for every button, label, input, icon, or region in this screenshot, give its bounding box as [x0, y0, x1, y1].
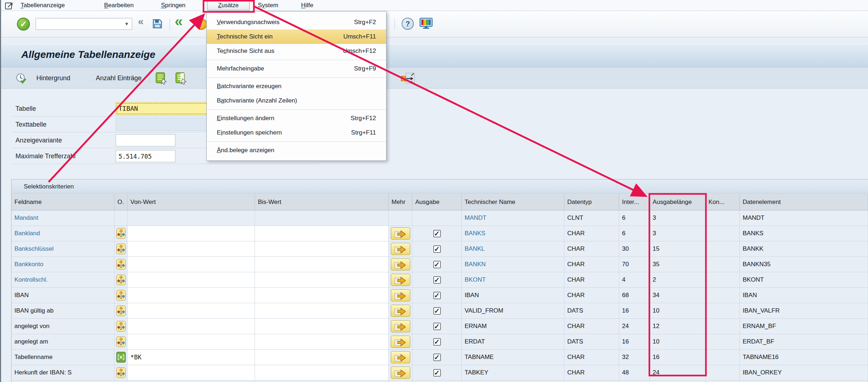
- ausgabe-cell[interactable]: ✓: [412, 365, 462, 381]
- bis-wert-input[interactable]: [255, 241, 389, 257]
- von-wert-input[interactable]: [127, 319, 255, 334]
- von-wert-input[interactable]: [127, 257, 255, 272]
- mehr-cell[interactable]: [389, 350, 412, 365]
- ausgabe-cell[interactable]: ✓: [412, 241, 462, 257]
- mehr-button[interactable]: [391, 320, 410, 332]
- dropdown-item-batchvariante-erzeugen[interactable]: Batchvariante erzeugen: [207, 79, 386, 94]
- mehr-cell[interactable]: [389, 365, 412, 381]
- dropdown-item-einstellungen-speichern[interactable]: Einstellungen speichernStrg+F11: [207, 126, 386, 140]
- ausgabe-checkbox[interactable]: ✓: [433, 369, 441, 377]
- bis-wert-input[interactable]: [255, 272, 389, 288]
- feldname-cell[interactable]: angelegt von: [12, 319, 115, 334]
- feldname-cell[interactable]: Bankkonto: [12, 257, 115, 272]
- ausgabe-cell[interactable]: ✓: [412, 257, 462, 272]
- exit-circle-icon[interactable]: [196, 18, 207, 30]
- von-wert-input[interactable]: [127, 272, 255, 288]
- command-input[interactable]: [37, 19, 120, 29]
- anzeigevariante-field[interactable]: [116, 134, 175, 146]
- feldname-cell[interactable]: IBAN gültig ab: [12, 303, 115, 319]
- select-all-sheet-icon[interactable]: [155, 72, 167, 86]
- ausgabe-cell[interactable]: ✓: [412, 319, 462, 334]
- mehr-cell[interactable]: [389, 334, 412, 350]
- mehr-cell[interactable]: [389, 241, 412, 257]
- feldname-cell[interactable]: Bankschlüssel: [12, 241, 115, 257]
- ausgabe-checkbox[interactable]: ✓: [433, 230, 441, 237]
- ausgabe-cell[interactable]: ✓: [412, 303, 462, 319]
- mehr-cell[interactable]: [389, 303, 412, 319]
- menu-item-bearbeiten[interactable]: Bearbeiten: [104, 0, 134, 10]
- ausgabe-checkbox[interactable]: ✓: [433, 245, 441, 253]
- selection-option-cell[interactable]: [115, 257, 127, 272]
- save-floppy-icon[interactable]: [152, 18, 163, 31]
- dropdown-item-einstellungen-ndern[interactable]: Einstellungen ändernStrg+F12: [207, 111, 386, 126]
- selection-option-cell[interactable]: [115, 350, 127, 365]
- selection-option-cell[interactable]: [115, 365, 127, 381]
- feldname-cell[interactable]: Mandant: [12, 210, 115, 226]
- selection-option-cell[interactable]: [115, 272, 127, 288]
- bis-wert-input[interactable]: [255, 334, 389, 350]
- bis-wert-input[interactable]: [255, 350, 389, 365]
- maximale-trefferzahl-field[interactable]: 5.514.705: [116, 150, 175, 162]
- ausgabe-checkbox[interactable]: ✓: [433, 261, 441, 268]
- feldname-cell[interactable]: Tabellenname: [12, 350, 115, 365]
- mehr-button[interactable]: [391, 289, 410, 301]
- feldname-cell[interactable]: angelegt am: [12, 334, 115, 350]
- ausgabe-checkbox[interactable]: ✓: [433, 307, 441, 315]
- ausgabe-cell[interactable]: ✓: [412, 226, 462, 241]
- menu-item-tabellenanzeige[interactable]: Tabellenanzeige: [21, 0, 65, 10]
- ausgabe-checkbox[interactable]: ✓: [433, 338, 441, 346]
- new-session-monitor-icon[interactable]: [420, 18, 433, 31]
- hide-toolbar-chevrons-icon[interactable]: «: [138, 16, 144, 27]
- hintergrund-button[interactable]: Hintergrund: [36, 68, 70, 88]
- feldname-cell[interactable]: Herkunft der IBAN: S: [12, 365, 115, 381]
- anzahl-eintraege-button[interactable]: Anzahl Einträge: [96, 68, 142, 88]
- selection-option-cell[interactable]: [115, 288, 127, 303]
- feldname-cell[interactable]: IBAN: [12, 288, 115, 303]
- deselect-all-sheet-icon[interactable]: [175, 72, 187, 86]
- mehr-button[interactable]: [391, 351, 410, 363]
- ausgabe-cell[interactable]: ✓: [412, 334, 462, 350]
- bis-wert-input[interactable]: [255, 365, 389, 381]
- von-wert-input[interactable]: [127, 226, 255, 241]
- mehr-button[interactable]: [391, 274, 410, 286]
- selection-option-cell[interactable]: [115, 319, 127, 334]
- enter-check-icon[interactable]: ✓: [17, 18, 30, 31]
- menu-item-springen[interactable]: Springen: [161, 0, 185, 10]
- bis-wert-input[interactable]: [255, 319, 389, 334]
- bis-wert-input[interactable]: [255, 303, 389, 319]
- dropdown-item-mehrfacheingabe[interactable]: MehrfacheingabeStrg+F9: [207, 62, 386, 76]
- selection-option-cell[interactable]: [115, 241, 127, 257]
- mehr-button[interactable]: [391, 336, 410, 348]
- mehr-button[interactable]: [391, 227, 410, 240]
- menu-item-zus-tze[interactable]: Zusätze: [207, 0, 250, 10]
- ausgabe-checkbox[interactable]: ✓: [433, 354, 441, 361]
- mehr-cell[interactable]: [389, 257, 412, 272]
- selection-option-cell[interactable]: [115, 226, 127, 241]
- ausgabe-checkbox[interactable]: ✓: [433, 276, 441, 284]
- gui-control-icon[interactable]: [5, 1, 14, 12]
- ausgabe-cell[interactable]: ✓: [412, 272, 462, 288]
- von-wert-input[interactable]: *BK: [127, 350, 255, 365]
- mehr-cell[interactable]: [389, 226, 412, 241]
- help-question-icon[interactable]: ?: [402, 18, 414, 30]
- expand-arrows-icon[interactable]: [400, 72, 416, 86]
- mehr-button[interactable]: [391, 258, 410, 270]
- feldname-cell[interactable]: Kontrollschl.: [12, 272, 115, 288]
- dropdown-item-technische-sicht-aus[interactable]: Technische Sicht ausUmsch+F12: [207, 44, 386, 58]
- menu-item-hilfe[interactable]: Hilfe: [301, 0, 313, 10]
- command-dropdown-icon[interactable]: ▼: [124, 21, 129, 27]
- ausgabe-checkbox[interactable]: ✓: [433, 292, 441, 299]
- von-wert-input[interactable]: [127, 288, 255, 303]
- mehr-cell[interactable]: [389, 319, 412, 334]
- execute-clock-icon[interactable]: [15, 73, 27, 86]
- mehr-cell[interactable]: [389, 288, 412, 303]
- ausgabe-cell[interactable]: ✓: [412, 288, 462, 303]
- von-wert-input[interactable]: [127, 303, 255, 319]
- mehr-button[interactable]: [391, 305, 410, 317]
- selection-option-cell[interactable]: [115, 334, 127, 350]
- bis-wert-input[interactable]: [255, 226, 389, 241]
- back-chevrons-icon[interactable]: «: [175, 13, 183, 29]
- von-wert-input[interactable]: [127, 334, 255, 350]
- bis-wert-input[interactable]: [255, 288, 389, 303]
- dropdown-item--nd-belege-anzeigen[interactable]: Änd.belege anzeigen: [207, 143, 386, 158]
